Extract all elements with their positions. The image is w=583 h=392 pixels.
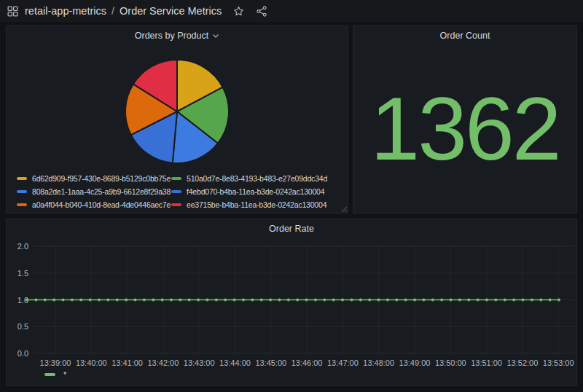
series-label: a0a4f044-b040-410d-8ead-4de0446aec7e <box>32 200 171 209</box>
series-color-swatch <box>171 177 181 180</box>
series-color-swatch <box>17 177 27 180</box>
x-axis-tick-label: 13:50:00 <box>435 358 466 367</box>
series-color-swatch <box>171 203 181 206</box>
series-label: * <box>63 370 66 379</box>
x-axis-tick-label: 13:47:00 <box>327 358 359 367</box>
series-color-swatch <box>44 373 55 376</box>
apps-grid-icon[interactable] <box>7 6 18 17</box>
panel-title-text: Order Rate <box>269 224 314 234</box>
x-axis-tick-label: 13:41:00 <box>111 358 143 367</box>
breadcrumb: retail-app-metrics / Order Service Metri… <box>25 5 222 17</box>
pie-chart[interactable] <box>124 58 230 165</box>
panel-orders-by-product: Orders by Product 6d62d909-f957-430e-868… <box>6 26 348 213</box>
pie-legend-item[interactable]: f4ebd070-b4ba-11ea-b3de-0242ac130004 <box>171 187 343 197</box>
x-axis-tick-label: 13:39:00 <box>40 358 71 367</box>
share-dashboard-button[interactable] <box>256 6 267 17</box>
pie-legend: 6d62d909-f957-430e-8689-b5129c0bb75e510a… <box>17 173 343 210</box>
x-axis-tick-label: 13:45:00 <box>255 358 286 367</box>
breadcrumb-folder[interactable]: retail-app-metrics <box>25 5 106 17</box>
y-axis-tick-label: 2.0 <box>17 242 28 251</box>
x-axis-tick-label: 13:40:00 <box>76 358 107 367</box>
series-color-swatch <box>171 190 181 193</box>
y-axis-tick-label: 0.5 <box>17 322 28 331</box>
series-label: 6d62d909-f957-430e-8689-b5129c0bb75e <box>32 174 171 183</box>
star-icon <box>233 6 244 17</box>
pie-legend-item[interactable]: 808a2de1-1aaa-4c25-a9b9-6612e8f29a38 <box>17 187 171 197</box>
stat-value: 1362 <box>370 85 559 173</box>
panel-resize-handle[interactable] <box>340 205 347 212</box>
panel-title-order-rate[interactable]: Order Rate <box>7 219 576 238</box>
series-label: 808a2de1-1aaa-4c25-a9b9-6612e8f29a38 <box>32 187 171 196</box>
series-color-swatch <box>17 190 27 193</box>
x-axis-tick-label: 13:48:00 <box>363 358 394 367</box>
series-label: 510a0d7e-8e83-4193-b483-e27e09ddc34d <box>187 174 327 183</box>
breadcrumb-dashboard-title[interactable]: Order Service Metrics <box>120 5 222 17</box>
series-label: ee3715be-b4ba-11ea-b3de-0242ac130004 <box>187 200 326 209</box>
x-axis-tick-label: 13:51:00 <box>471 358 502 367</box>
x-axis-tick-label: 13:44:00 <box>219 358 251 367</box>
panel-title-text: Orders by Product <box>135 31 208 41</box>
timeseries-legend-item[interactable]: * <box>44 370 66 379</box>
share-icon <box>256 6 267 17</box>
star-dashboard-button[interactable] <box>233 6 244 17</box>
x-axis-tick-label: 13:43:00 <box>184 358 215 367</box>
panel-order-rate: Order Rate 0.00.51.01.52.013:39:0013:40:… <box>6 219 577 386</box>
chevron-down-icon <box>212 34 219 39</box>
panel-order-count: Order Count 1362 <box>353 26 577 213</box>
x-axis-tick-label: 13:49:00 <box>399 358 431 367</box>
x-axis-tick-label: 13:52:00 <box>506 358 538 367</box>
pie-legend-item[interactable]: ee3715be-b4ba-11ea-b3de-0242ac130004 <box>171 200 343 210</box>
panel-title-orders-by-product[interactable]: Orders by Product <box>7 26 348 45</box>
breadcrumb-separator: / <box>111 5 114 17</box>
x-axis-tick-label: 13:42:00 <box>147 358 179 367</box>
pie-legend-item[interactable]: 510a0d7e-8e83-4193-b483-e27e09ddc34d <box>171 173 343 184</box>
x-axis-tick-label: 13:46:00 <box>292 358 323 367</box>
pie-legend-item[interactable]: a0a4f044-b040-410d-8ead-4de0446aec7e <box>17 200 171 210</box>
x-axis-tick-label: 13:53:00 <box>543 358 574 367</box>
top-navbar: retail-app-metrics / Order Service Metri… <box>0 0 583 22</box>
series-label: f4ebd070-b4ba-11ea-b3de-0242ac130004 <box>187 187 324 196</box>
panel-title-text: Order Count <box>440 31 490 41</box>
series-color-swatch <box>17 203 27 206</box>
line-chart[interactable]: 0.00.51.01.52.013:39:0013:40:0013:41:001… <box>7 238 578 371</box>
pie-legend-item[interactable]: 6d62d909-f957-430e-8689-b5129c0bb75e <box>17 173 171 184</box>
stat-body: 1362 <box>353 45 576 213</box>
y-axis-tick-label: 1.5 <box>17 269 28 278</box>
panel-title-order-count[interactable]: Order Count <box>353 26 576 45</box>
y-axis-tick-label: 0.0 <box>17 349 28 358</box>
